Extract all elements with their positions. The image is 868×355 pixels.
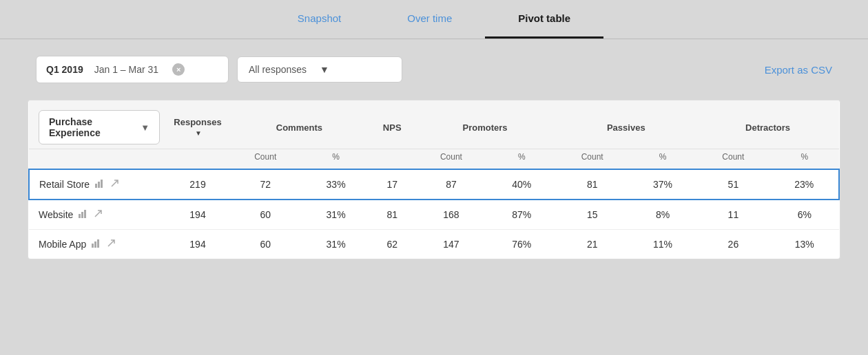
row-passives-count: 21 <box>555 230 628 259</box>
subheader-detractors-count: Count <box>696 149 769 170</box>
subheader-nps-spacer <box>370 149 415 170</box>
row-name-cell: Retail Store <box>29 169 167 200</box>
promoters-header: Promoters <box>415 100 556 149</box>
subheader-comments-pct: % <box>302 149 369 170</box>
tabs-bar: Snapshot Over time Pivot table <box>0 0 868 39</box>
export-csv-button[interactable]: Export as CSV <box>765 64 832 76</box>
passives-header: Passives <box>555 100 696 149</box>
row-responses: 194 <box>167 200 229 230</box>
svg-rect-8 <box>97 239 99 248</box>
svg-rect-6 <box>92 244 94 248</box>
row-nps: 62 <box>370 230 415 259</box>
nps-header: NPS <box>370 100 415 149</box>
tab-snapshot[interactable]: Snapshot <box>265 0 374 39</box>
table-row[interactable]: Website 194 60 <box>29 200 839 230</box>
subheader-promoters-pct: % <box>488 149 555 170</box>
row-responses: 194 <box>167 230 229 259</box>
row-comments-count: 60 <box>229 230 302 259</box>
row-passives-pct: 11% <box>629 230 696 259</box>
row-nps: 17 <box>370 169 415 200</box>
pivot-table: Purchase Experience ▼ Responses ▼ Commen… <box>28 100 840 259</box>
subheader-comments-count: Count <box>229 149 302 170</box>
subheader-passives-pct: % <box>629 149 696 170</box>
svg-rect-3 <box>79 214 81 218</box>
svg-rect-5 <box>84 210 86 218</box>
svg-rect-1 <box>98 182 100 188</box>
responses-filter-label: All responses <box>249 64 320 75</box>
category-header: Purchase Experience ▼ <box>29 100 167 149</box>
bar-chart-icon[interactable] <box>79 210 88 220</box>
subheader-responses-spacer <box>167 149 229 170</box>
row-promoters-count: 87 <box>415 169 488 200</box>
row-detractors-pct: 6% <box>770 200 839 230</box>
category-chevron-icon: ▼ <box>141 122 149 133</box>
quarter-label: Q1 2019 <box>46 64 83 75</box>
svg-rect-0 <box>95 184 97 188</box>
table-row[interactable]: Retail Store 219 <box>29 169 839 200</box>
svg-rect-4 <box>81 212 83 218</box>
row-comments-pct: 31% <box>302 200 369 230</box>
row-passives-count: 81 <box>555 169 628 200</box>
row-detractors-count: 26 <box>696 230 769 259</box>
category-dropdown-label: Purchase Experience <box>49 116 135 138</box>
date-filter[interactable]: Q1 2019 Jan 1 – Mar 31 × <box>36 56 229 83</box>
row-detractors-count: 11 <box>696 200 769 230</box>
subheader-category-spacer <box>29 149 167 170</box>
row-promoters-count: 168 <box>415 200 488 230</box>
subheader-promoters-count: Count <box>415 149 488 170</box>
row-name-label: Website <box>39 209 73 220</box>
clear-date-button[interactable]: × <box>172 63 185 76</box>
subheader-passives-count: Count <box>555 149 628 170</box>
row-comments-pct: 33% <box>302 169 369 200</box>
row-responses: 219 <box>167 169 229 200</box>
row-promoters-pct: 76% <box>488 230 555 259</box>
page-container: Snapshot Over time Pivot table Q1 2019 J… <box>0 0 868 355</box>
row-detractors-pct: 13% <box>770 230 839 259</box>
row-comments-count: 60 <box>229 200 302 230</box>
row-detractors-pct: 23% <box>770 169 839 200</box>
tab-pivot-table[interactable]: Pivot table <box>485 0 603 39</box>
row-passives-count: 15 <box>555 200 628 230</box>
filter-row: Q1 2019 Jan 1 – Mar 31 × All responses ▼… <box>0 39 868 94</box>
row-comments-count: 72 <box>229 169 302 200</box>
row-promoters-count: 147 <box>415 230 488 259</box>
responses-header[interactable]: Responses ▼ <box>167 100 229 149</box>
share-icon[interactable] <box>107 239 116 250</box>
row-promoters-pct: 87% <box>488 200 555 230</box>
svg-rect-2 <box>101 180 103 188</box>
share-icon[interactable] <box>110 179 119 190</box>
svg-rect-7 <box>94 241 96 248</box>
sort-icon: ▼ <box>195 129 202 137</box>
tab-over-time[interactable]: Over time <box>374 0 485 39</box>
row-name-label: Retail Store <box>39 179 90 190</box>
detractors-header: Detractors <box>696 100 839 149</box>
row-promoters-pct: 40% <box>488 169 555 200</box>
bar-chart-icon[interactable] <box>95 180 105 190</box>
row-passives-pct: 8% <box>629 200 696 230</box>
bar-chart-icon[interactable] <box>92 239 101 250</box>
table-row[interactable]: Mobile App 194 6 <box>29 230 839 259</box>
row-name-cell: Mobile App <box>29 230 167 259</box>
category-dropdown[interactable]: Purchase Experience ▼ <box>39 110 160 144</box>
row-nps: 81 <box>370 200 415 230</box>
row-comments-pct: 31% <box>302 230 369 259</box>
responses-filter[interactable]: All responses ▼ <box>237 56 402 83</box>
share-icon[interactable] <box>94 209 103 220</box>
row-detractors-count: 51 <box>696 169 769 200</box>
row-passives-pct: 37% <box>629 169 696 200</box>
comments-header: Comments <box>229 100 370 149</box>
chevron-down-icon: ▼ <box>320 64 391 75</box>
subheader-detractors-pct: % <box>770 149 839 170</box>
row-name-label: Mobile App <box>39 239 86 250</box>
row-name-cell: Website <box>29 200 167 230</box>
pivot-table-container: Purchase Experience ▼ Responses ▼ Commen… <box>28 100 840 259</box>
date-range: Jan 1 – Mar 31 <box>94 64 158 75</box>
